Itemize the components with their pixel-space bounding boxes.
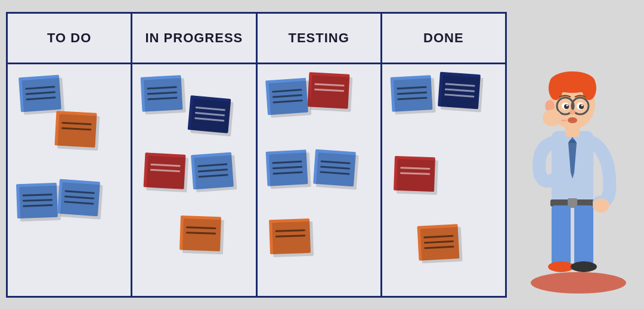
kanban-header: TO DO IN PROGRESS TESTING DONE (8, 14, 505, 64)
col-inprogress (132, 64, 257, 296)
svg-point-16 (581, 104, 583, 106)
kanban-board: TO DO IN PROGRESS TESTING DONE (6, 12, 507, 298)
svg-rect-24 (574, 205, 593, 265)
svg-rect-23 (552, 205, 571, 265)
main-container: TO DO IN PROGRESS TESTING DONE (6, 9, 638, 301)
svg-point-17 (569, 110, 575, 114)
note[interactable] (179, 215, 221, 251)
note[interactable] (191, 152, 234, 189)
note[interactable] (57, 179, 100, 216)
note[interactable] (265, 149, 308, 186)
note[interactable] (438, 71, 481, 109)
svg-rect-6 (551, 80, 594, 92)
note[interactable] (141, 75, 183, 111)
svg-point-28 (593, 198, 609, 213)
note[interactable] (55, 111, 97, 147)
svg-point-15 (566, 104, 568, 106)
col-header-todo: TO DO (8, 14, 132, 63)
col-done (382, 64, 505, 296)
note[interactable] (313, 149, 356, 186)
note[interactable] (394, 155, 435, 191)
note[interactable] (269, 218, 311, 254)
col-todo (8, 64, 132, 296)
note[interactable] (307, 72, 349, 108)
svg-point-25 (548, 261, 574, 272)
note[interactable] (417, 224, 459, 260)
col-testing (258, 64, 382, 296)
note[interactable] (144, 152, 186, 189)
col-header-done: DONE (382, 14, 505, 63)
svg-point-26 (571, 261, 597, 272)
svg-point-18 (568, 117, 577, 123)
col-header-inprogress: IN PROGRESS (132, 14, 257, 63)
col-header-testing: TESTING (258, 14, 382, 63)
note[interactable] (16, 182, 58, 218)
kanban-body (8, 64, 505, 296)
note[interactable] (18, 74, 61, 112)
character-illustration (513, 12, 632, 298)
note[interactable] (188, 95, 231, 133)
note[interactable] (390, 75, 432, 111)
svg-point-29 (531, 272, 626, 294)
note[interactable] (265, 77, 308, 115)
svg-point-27 (543, 110, 562, 126)
